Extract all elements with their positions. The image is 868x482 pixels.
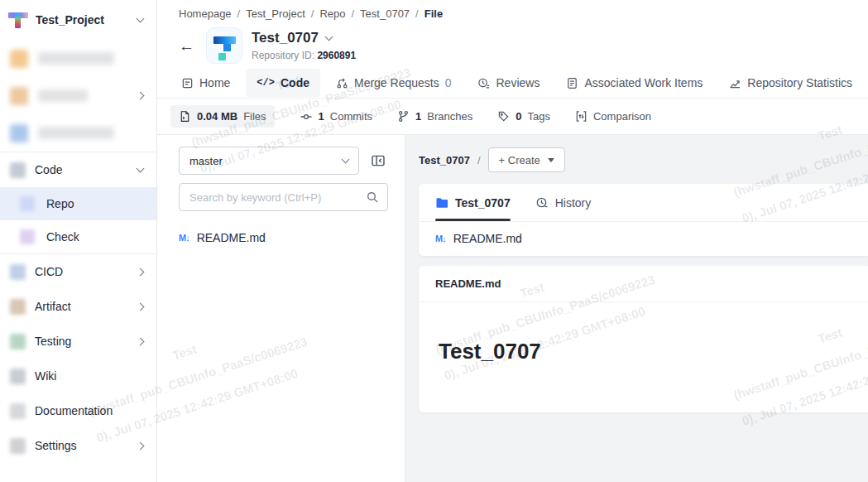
stat-value: 0.04 MB [197,110,237,123]
stat-label: Files [243,110,266,123]
tab-associated-work-items[interactable]: Associated Work Items [555,69,713,97]
sidebar-item-check[interactable]: Check [0,220,156,253]
create-button[interactable]: + Create [488,147,565,172]
stat-value: 0 [516,110,521,123]
work-items-icon [566,77,578,89]
sidebar-menu: Code Repo Check CICD Artifact [0,152,156,482]
caret-down-icon [548,158,554,162]
file-tree-panel: master M↓ README.md [157,135,405,482]
documentation-icon [10,403,26,419]
tab-reviews[interactable]: Reviews [467,69,550,97]
merge-request-icon [336,77,348,89]
blurred-label [38,127,114,139]
repo-icon [20,196,35,211]
repo-title-dropdown[interactable]: Test_0707 [252,30,356,46]
stat-comparison[interactable]: Comparison [575,110,651,123]
chevron-right-icon [137,92,145,100]
stat-files[interactable]: 0.04 MB Files [170,105,275,128]
commit-icon [300,110,313,123]
tab-merge-requests[interactable]: Merge Requests 0 [325,69,463,97]
file-list-card: Test_0707 History M↓ README.md [419,184,868,256]
blurred-nav-item[interactable] [0,40,156,77]
reviews-icon [477,77,490,89]
history-icon [535,196,549,210]
tab-home[interactable]: Home [170,69,241,97]
app: Test_Project Code Repo [0,0,868,482]
sidebar-item-documentation[interactable]: Documentation [0,393,156,428]
breadcrumb-separator: / [415,7,419,20]
project-switcher[interactable]: Test_Project [0,0,156,40]
chevron-down-icon [137,165,145,173]
file-search-box [179,183,388,211]
main-area: Homepage / Test_Project / Repo / Test_07… [157,0,868,482]
tab-code[interactable]: </> Code [246,69,320,97]
stat-tags[interactable]: 0 Tags [497,110,550,123]
blurred-nav-item[interactable] [0,77,156,114]
file-tree: M↓ README.md [179,226,388,249]
blurred-icon [10,124,28,142]
stat-commits[interactable]: 1 Commits [300,110,373,123]
workspace: Test_0707 / + Create Test_0707 [405,135,868,482]
collapse-panel-button[interactable] [368,151,388,171]
readme-preview-card: README.md Test_0707 [419,266,868,412]
current-path[interactable]: Test_0707 [419,154,470,166]
settings-icon [10,438,26,454]
tree-item-readme[interactable]: M↓ README.md [179,226,388,249]
search-icon [366,190,379,204]
sidebar-item-cicd[interactable]: CICD [0,254,156,289]
stat-label: Branches [427,110,472,123]
breadcrumb-homepage[interactable]: Homepage [179,7,232,20]
tab-label: Merge Requests [354,76,439,89]
breadcrumb-current: File [424,7,443,20]
tab-repository-statistics[interactable]: Repository Statistics [718,69,863,97]
repo-header: Homepage / Test_Project / Repo / Test_07… [157,0,868,64]
tab-folder-current[interactable]: Test_0707 [435,184,511,221]
file-search-input[interactable] [189,191,366,204]
blurred-icon [10,87,28,105]
code-icon [10,162,26,178]
repo-logo-icon [206,27,242,64]
sidebar-item-testing[interactable]: Testing [0,324,156,359]
sidebar-item-label: Settings [35,439,137,452]
stat-label: Tags [528,110,550,123]
sidebar-item-repo[interactable]: Repo [0,187,156,220]
sidebar-item-label: Artifact [35,300,137,313]
markdown-icon: M↓ [435,234,446,243]
tab-label: Repository Statistics [747,76,852,89]
repository-id-value: 2960891 [317,50,356,61]
breadcrumb-repo-name[interactable]: Test_0707 [360,7,410,20]
tab-label: Test_0707 [455,196,511,210]
breadcrumb: Homepage / Test_Project / Repo / Test_07… [179,7,868,20]
code-content: master M↓ README.md [157,135,868,482]
sidebar-item-label: Code [35,163,137,176]
sidebar-item-wiki[interactable]: Wiki [0,359,156,393]
breadcrumb-repo[interactable]: Repo [319,7,345,20]
artifact-icon [10,299,26,315]
file-icon [179,110,191,123]
chevron-down-icon [325,33,333,41]
breadcrumb-separator: / [237,7,241,20]
readme-content: Test_0707 [419,302,868,412]
chevron-right-icon [137,441,145,450]
sidebar-item-code[interactable]: Code [0,152,156,187]
statistics-icon [729,77,741,89]
back-button[interactable]: ← [179,38,194,54]
sidebar-item-label: CICD [35,265,137,278]
sidebar-item-artifact[interactable]: Artifact [0,289,156,324]
blurred-nav-item[interactable] [0,114,156,152]
tab-history[interactable]: History [535,184,592,221]
branch-select[interactable]: master [179,147,359,175]
path-separator: / [477,154,481,166]
sidebar-item-settings[interactable]: Settings [0,428,156,463]
readme-heading: Test_0707 [439,339,848,364]
comparison-icon [575,110,587,123]
stat-branches[interactable]: 1 Branches [397,110,472,123]
project-sidebar: Test_Project Code Repo [0,0,157,482]
file-row-readme[interactable]: M↓ README.md [419,222,868,256]
breadcrumb-separator: / [311,7,314,20]
repo-nav-tabs: Home </> Code Merge Requests 0 Reviews A… [157,64,868,99]
breadcrumb-project[interactable]: Test_Project [246,7,305,20]
tag-icon [497,110,510,123]
merge-request-count: 0 [445,76,452,89]
check-icon [20,229,35,244]
